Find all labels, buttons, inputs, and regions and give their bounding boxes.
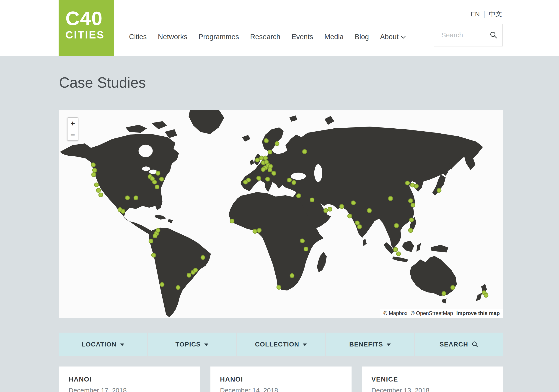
- card-date: December 17, 2018: [69, 387, 191, 392]
- city-marker[interactable]: [296, 193, 301, 198]
- city-marker[interactable]: [414, 184, 419, 188]
- city-marker[interactable]: [357, 224, 362, 229]
- nav-item-research[interactable]: Research: [250, 33, 280, 41]
- lang-en-link[interactable]: EN: [471, 10, 480, 18]
- card-date: December 14, 2018: [220, 387, 342, 392]
- city-marker[interactable]: [267, 150, 272, 154]
- search-icon[interactable]: [490, 31, 497, 39]
- city-marker[interactable]: [156, 228, 160, 233]
- city-marker[interactable]: [243, 180, 248, 185]
- city-marker[interactable]: [265, 177, 270, 181]
- filter-search-button[interactable]: SEARCH: [415, 333, 503, 356]
- city-marker[interactable]: [367, 208, 372, 213]
- nav-item-programmes[interactable]: Programmes: [199, 33, 239, 41]
- filter-collection[interactable]: COLLECTION: [237, 333, 325, 356]
- city-marker[interactable]: [408, 228, 413, 233]
- city-marker[interactable]: [303, 247, 308, 251]
- nav-item-events[interactable]: Events: [292, 33, 313, 41]
- case-study-card[interactable]: VENICE December 13, 2018: [362, 366, 503, 392]
- map-zoom-control: + −: [67, 117, 78, 141]
- city-marker[interactable]: [302, 149, 307, 154]
- city-marker[interactable]: [133, 196, 138, 200]
- nav-item-about[interactable]: About: [380, 33, 406, 41]
- city-marker[interactable]: [152, 233, 157, 238]
- improve-map-link[interactable]: Improve this map: [457, 310, 500, 316]
- city-marker[interactable]: [230, 219, 235, 223]
- city-marker[interactable]: [409, 218, 414, 223]
- caret-down-icon: [204, 344, 208, 346]
- city-marker[interactable]: [150, 176, 155, 181]
- city-marker[interactable]: [125, 196, 130, 200]
- city-marker[interactable]: [156, 171, 160, 176]
- city-marker[interactable]: [287, 178, 292, 183]
- city-marker[interactable]: [437, 188, 441, 193]
- zoom-in-button[interactable]: +: [67, 118, 78, 129]
- nav-item-cities[interactable]: Cities: [129, 33, 147, 41]
- city-marker[interactable]: [276, 285, 281, 290]
- city-marker[interactable]: [193, 268, 198, 273]
- page-title: Case Studies: [59, 56, 503, 91]
- nav-item-networks[interactable]: Networks: [158, 33, 187, 41]
- city-marker[interactable]: [91, 162, 95, 167]
- city-marker[interactable]: [267, 168, 272, 172]
- city-marker[interactable]: [339, 204, 344, 209]
- nav-item-blog[interactable]: Blog: [355, 33, 369, 41]
- city-marker[interactable]: [291, 180, 296, 185]
- zoom-out-button[interactable]: −: [67, 129, 78, 141]
- city-marker[interactable]: [256, 176, 261, 181]
- filter-benefits[interactable]: BENEFITS: [326, 333, 414, 356]
- world-map[interactable]: + − © Mapbox © OpenStreetMap Improve thi…: [59, 110, 503, 318]
- city-marker[interactable]: [347, 214, 352, 218]
- caret-down-icon: [120, 344, 124, 346]
- case-study-card[interactable]: HANOI December 17, 2018: [59, 366, 200, 392]
- card-date: December 13, 2018: [371, 387, 493, 392]
- city-marker[interactable]: [393, 247, 398, 252]
- city-marker[interactable]: [388, 196, 393, 201]
- city-marker[interactable]: [394, 223, 399, 228]
- city-marker[interactable]: [271, 171, 276, 176]
- city-marker[interactable]: [155, 185, 159, 189]
- city-marker[interactable]: [252, 229, 257, 234]
- map-markers-layer: [59, 110, 503, 318]
- city-marker[interactable]: [257, 228, 262, 233]
- city-marker[interactable]: [96, 188, 101, 193]
- filter-topics[interactable]: TOPICS: [148, 333, 236, 356]
- city-marker[interactable]: [200, 255, 205, 260]
- c40-logo[interactable]: C40 CITIES: [59, 0, 114, 56]
- city-marker[interactable]: [405, 181, 410, 186]
- city-marker[interactable]: [410, 203, 415, 208]
- lang-zh-link[interactable]: 中文: [489, 9, 502, 19]
- city-marker[interactable]: [187, 273, 192, 277]
- city-marker[interactable]: [484, 293, 489, 298]
- city-marker[interactable]: [396, 251, 401, 256]
- city-marker[interactable]: [450, 285, 455, 290]
- city-marker[interactable]: [310, 198, 314, 202]
- osm-attribution-link[interactable]: © OpenStreetMap: [410, 310, 453, 316]
- city-marker[interactable]: [159, 282, 164, 287]
- search-input[interactable]: [441, 31, 490, 39]
- case-study-card[interactable]: HANOI December 14, 2018: [210, 366, 352, 392]
- city-marker[interactable]: [117, 207, 122, 212]
- city-marker[interactable]: [264, 138, 269, 143]
- city-marker[interactable]: [351, 201, 356, 205]
- city-marker[interactable]: [300, 238, 305, 243]
- filter-location[interactable]: LOCATION: [59, 333, 147, 356]
- city-marker[interactable]: [92, 168, 97, 173]
- city-marker[interactable]: [408, 198, 413, 203]
- city-marker[interactable]: [290, 273, 295, 278]
- city-marker[interactable]: [274, 141, 279, 146]
- city-marker[interactable]: [94, 183, 99, 187]
- city-marker[interactable]: [149, 239, 153, 244]
- city-marker[interactable]: [261, 167, 266, 172]
- city-marker[interactable]: [99, 193, 103, 197]
- city-marker[interactable]: [327, 207, 332, 212]
- city-marker[interactable]: [159, 177, 164, 181]
- mapbox-attribution-link[interactable]: © Mapbox: [383, 310, 407, 316]
- city-marker[interactable]: [151, 253, 156, 258]
- chevron-down-icon: [401, 36, 406, 39]
- city-marker[interactable]: [91, 172, 96, 177]
- nav-item-media[interactable]: Media: [324, 33, 344, 41]
- filter-bar: LOCATION TOPICS COLLECTION BENEFITS SEAR…: [59, 333, 503, 356]
- city-marker[interactable]: [176, 285, 180, 290]
- city-marker[interactable]: [442, 291, 446, 296]
